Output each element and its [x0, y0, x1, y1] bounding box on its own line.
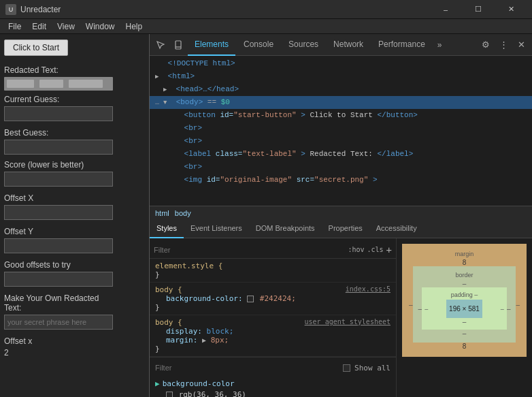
offset-x-bottom-label: Offset x [4, 336, 145, 346]
triangle-head: ▶ [163, 84, 171, 95]
computed-bgcolor-val: rgb(36, 36, 36) [179, 390, 246, 397]
css-bgcolor-prop: background-color: #242424; [155, 294, 390, 303]
left-panel: Click to Start Redacted Text: Current Gu… [0, 34, 150, 397]
menu-help[interactable]: Help [120, 20, 148, 33]
add-style-btn[interactable]: + [386, 244, 392, 255]
breadcrumb-html[interactable]: html [155, 209, 169, 217]
dom-line-label[interactable]: <label class="text-label" > Redacted Tex… [150, 148, 532, 161]
dom-line-br3[interactable]: <br> [150, 161, 532, 174]
computed-bgcolor-val-row: rgb(36, 36, 36) [150, 390, 396, 397]
style-tab-accessibility[interactable]: Accessibility [369, 219, 424, 238]
secret-phrase-input[interactable] [4, 315, 113, 330]
css-display-prop: display: block; [155, 327, 390, 336]
styles-filter-input[interactable] [154, 246, 345, 254]
bm-border-label: border [418, 272, 511, 279]
minimize-button[interactable]: – [430, 0, 461, 19]
bm-margin-right: – [516, 301, 520, 308]
current-guess-input[interactable] [4, 106, 113, 121]
tab-elements[interactable]: Elements [188, 34, 235, 56]
style-tab-properties[interactable]: Properties [322, 219, 369, 238]
styles-left: :hov .cls + element.style { } [150, 238, 396, 397]
make-your-own-label: Make Your Own RedactedText: [4, 293, 145, 313]
menu-edit[interactable]: Edit [27, 20, 52, 33]
margin-triangle[interactable]: ▶ [202, 336, 206, 344]
bm-margin: margin 8 – border – – padding – [402, 244, 527, 357]
triangle-html: ▶ [155, 72, 163, 82]
bm-padding-right: – [501, 306, 504, 313]
tab-performance[interactable]: Performance [371, 34, 432, 56]
bm-margin-middle: – border – – padding – – [409, 266, 520, 343]
menubar: File Edit View Window Help [0, 19, 532, 34]
bm-padding: padding – – 196 × 581 – – [422, 287, 507, 330]
styles-content: :hov .cls + element.style { } [150, 238, 532, 397]
good-offsets-label: Good offsets to try [4, 260, 145, 270]
bm-padding-left: – [425, 306, 428, 313]
body-ua-close: } [155, 345, 390, 353]
css-margin-prop: margin: ▶ 8px; [155, 336, 390, 345]
redacted-block-2 [39, 80, 63, 88]
best-guess-input[interactable] [4, 140, 113, 155]
devtools-close-icon[interactable]: ✕ [513, 37, 529, 53]
triangle-bgcolor[interactable]: ▶ [155, 379, 160, 388]
redacted-block-1 [7, 80, 34, 88]
menu-file[interactable]: File [3, 20, 27, 33]
show-all-label: Show all [354, 364, 390, 372]
offset-x-input[interactable] [4, 205, 113, 220]
bm-border: border – – padding – – 196 × 581 [413, 266, 516, 343]
dom-line-img[interactable]: <img id="original-image" src="secret.png… [150, 174, 532, 187]
bm-border-bottom: – [418, 330, 511, 337]
good-offsets-input[interactable] [4, 272, 113, 287]
vertical-dots-icon[interactable]: ⋮ [495, 37, 512, 53]
bm-border-middle: – padding – – 196 × 581 – – [418, 287, 511, 330]
dom-line-br1[interactable]: <br> [150, 122, 532, 135]
offset-x-value: 2 [4, 348, 145, 358]
breadcrumb-body[interactable]: body [175, 209, 191, 217]
style-tab-styles[interactable]: Styles [150, 219, 184, 238]
dom-line-br2[interactable]: <br> [150, 135, 532, 148]
computed-bgcolor-row: ▶ background-color [150, 378, 396, 390]
tab-sources[interactable]: Sources [282, 34, 325, 56]
dom-line-html[interactable]: ▶ <html> [150, 70, 532, 83]
device-icon[interactable] [170, 37, 186, 53]
bottom-filter-input[interactable] [155, 364, 339, 372]
score-input[interactable] [4, 172, 113, 187]
maximize-button[interactable]: ☐ [463, 0, 494, 19]
bgcolor-prop-label: background-color [163, 379, 235, 388]
hov-pseudo-btn[interactable]: :hov [348, 246, 364, 253]
dom-line-button[interactable]: <button id="start-button" > Click to Sta… [150, 109, 532, 122]
bm-padding-middle: – 196 × 581 – [425, 300, 504, 318]
style-tab-event-listeners[interactable]: Event Listeners [184, 219, 249, 238]
style-tab-dom-breakpoints[interactable]: DOM Breakpoints [249, 219, 322, 238]
computed-bgcolor-swatch [166, 392, 173, 397]
dom-line-head[interactable]: ▶ <head>…</head> [150, 83, 532, 96]
main-layout: Click to Start Redacted Text: Current Gu… [0, 34, 532, 397]
menu-view[interactable]: View [52, 20, 80, 33]
box-model: margin 8 – border – – padding – [396, 238, 532, 397]
tab-network[interactable]: Network [327, 34, 370, 56]
window-controls: – ☐ ✕ [430, 0, 527, 19]
menu-window[interactable]: Window [80, 20, 120, 33]
bm-padding-label: padding – [425, 291, 504, 298]
tab-console[interactable]: Console [237, 34, 280, 56]
element-style-close: } [155, 270, 390, 279]
settings-icon[interactable]: ⚙ [478, 37, 494, 53]
app-title: Unredacter [20, 5, 430, 14]
show-all-checkbox[interactable] [343, 364, 350, 372]
cls-pseudo-btn[interactable]: .cls [367, 246, 383, 253]
start-button[interactable]: Click to Start [4, 39, 68, 56]
triangle-placeholder5 [171, 149, 180, 160]
more-tabs-icon[interactable]: » [433, 40, 446, 50]
best-guess-label: Best Guess: [4, 128, 145, 138]
offset-y-input[interactable] [4, 238, 113, 253]
body-ua-header: body { user agent stylesheet [155, 318, 390, 327]
elements-panel: <!DOCTYPE html> ▶ <html> ▶ <head>…</head… [150, 56, 532, 397]
close-button[interactable]: ✕ [495, 0, 527, 19]
triangle-placeholder7 [171, 175, 180, 186]
dom-tree[interactable]: <!DOCTYPE html> ▶ <html> ▶ <head>…</head… [150, 56, 532, 206]
devtools-tabbar: Elements Console Sources Network Perform… [150, 34, 532, 56]
app-icon: U [5, 4, 16, 15]
css-source-index[interactable]: index.css:5 [346, 285, 390, 294]
inspect-icon[interactable] [152, 37, 169, 53]
score-label: Score (lower is better) [4, 160, 145, 170]
dom-line-body[interactable]: … ▼ <body> == $0 [150, 96, 532, 109]
